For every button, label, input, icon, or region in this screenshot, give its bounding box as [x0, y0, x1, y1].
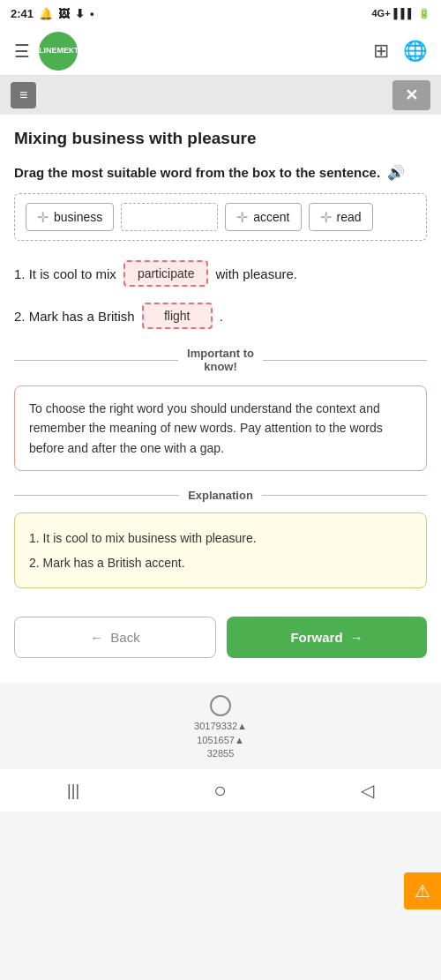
close-button[interactable]: ✕	[392, 80, 430, 110]
sentence-2-suffix: .	[220, 309, 223, 324]
page-title: Mixing business with pleasure	[14, 129, 427, 148]
menu-button[interactable]: ≡	[11, 82, 36, 108]
grid-icon[interactable]: ⊞	[373, 40, 389, 63]
sentence-2-drop[interactable]: flight	[142, 303, 213, 329]
plus-icon-business: ✛	[37, 209, 49, 226]
bottom-bar: 30179332▲ 1051657▲ 32855	[0, 683, 441, 769]
speaker-icon[interactable]: 🔊	[387, 164, 405, 181]
image-icon: 🖼	[58, 7, 70, 20]
notification-icon: 🔔	[39, 7, 53, 20]
signal-icon: ▌▌▌	[394, 8, 415, 19]
debug-line-3: 32855	[0, 747, 441, 760]
word-chip-label-accent: accent	[253, 210, 289, 224]
dot-icon: •	[90, 7, 94, 20]
word-chip-label-business: business	[54, 210, 102, 224]
sentence-2-prefix: 2. Mark has a British	[14, 309, 135, 324]
sentence-1-prefix: 1. It is cool to mix	[14, 266, 116, 281]
time: 2:41	[11, 7, 34, 20]
secondary-toolbar: ≡ ✕	[0, 76, 441, 115]
status-right: 4G+ ▌▌▌ 🔋	[372, 8, 431, 19]
debug-line-1: 30179332▲	[0, 720, 441, 733]
divider-line-right	[263, 360, 427, 361]
important-label: Important to know!	[187, 347, 254, 373]
word-box: ✛ business ✛ accent ✛ read	[14, 193, 427, 241]
word-chip-label-read: read	[337, 210, 362, 224]
word-chip-read[interactable]: ✛ read	[309, 203, 373, 231]
circle-dot	[210, 695, 231, 716]
sentence-1-row: 1. It is cool to mix participate with pl…	[14, 260, 427, 287]
main-content: Mixing business with pleasure Drag the m…	[0, 115, 441, 683]
globe-icon[interactable]: 🌐	[403, 40, 427, 63]
nav-left: ☰ ONLINE МЕКТЕП	[14, 32, 78, 71]
sentence-2-row: 2. Mark has a British flight .	[14, 303, 427, 329]
explanation-item-2: 2. Mark has a British accent.	[29, 550, 412, 575]
sentence-1-drop[interactable]: participate	[123, 260, 209, 287]
network-label: 4G+	[372, 8, 391, 19]
word-chip-accent[interactable]: ✛ accent	[225, 203, 301, 231]
explanation-line-left	[14, 495, 179, 496]
plus-icon-read: ✛	[320, 209, 332, 226]
important-divider: Important to know!	[14, 347, 427, 373]
explanation-divider: Explanation	[14, 489, 427, 502]
explanation-label: Explanation	[188, 489, 253, 502]
word-chip-business[interactable]: ✛ business	[26, 203, 114, 231]
home-nav-icon[interactable]: ○	[213, 778, 227, 803]
plus-icon-accent: ✛	[236, 209, 248, 226]
status-bar: 2:41 🔔 🖼 ⬇ • 4G+ ▌▌▌ 🔋	[0, 0, 441, 26]
info-box: To choose the right word you should unde…	[14, 385, 427, 471]
back-button[interactable]: ← Back	[14, 617, 216, 658]
battery-icon: 🔋	[418, 8, 430, 19]
circle-indicator	[0, 695, 441, 716]
recent-nav-icon[interactable]: ◁	[361, 780, 374, 801]
sentence-1-suffix: with pleasure.	[215, 266, 297, 281]
top-nav: ☰ ONLINE МЕКТЕП ⊞ 🌐	[0, 26, 441, 76]
debug-info: 30179332▲ 1051657▲ 32855	[0, 720, 441, 760]
forward-label: Forward	[290, 630, 342, 645]
explanation-box: 1. It is cool to mix business with pleas…	[14, 512, 427, 588]
nav-bar: ||| ○ ◁	[0, 769, 441, 812]
back-label: Back	[110, 630, 139, 645]
divider-line-left	[14, 360, 178, 361]
back-nav-icon[interactable]: |||	[67, 782, 79, 800]
instruction: Drag the most suitable word from the box…	[14, 164, 427, 181]
empty-drop-chip[interactable]	[121, 203, 218, 231]
back-arrow-icon: ←	[90, 630, 103, 645]
instruction-text: Drag the most suitable word from the box…	[14, 165, 380, 180]
explanation-item-1: 1. It is cool to mix business with pleas…	[29, 526, 412, 550]
status-left: 2:41 🔔 🖼 ⬇ •	[11, 7, 94, 20]
download-icon: ⬇	[75, 7, 85, 20]
nav-buttons: ← Back Forward →	[14, 606, 427, 665]
nav-right: ⊞ 🌐	[373, 40, 427, 63]
explanation-line-right	[262, 495, 427, 496]
warning-button[interactable]: ⚠	[404, 872, 441, 909]
logo: ONLINE МЕКТЕП	[39, 32, 78, 71]
debug-line-2: 1051657▲	[0, 734, 441, 747]
forward-arrow-icon: →	[350, 630, 363, 645]
forward-button[interactable]: Forward →	[227, 617, 427, 658]
